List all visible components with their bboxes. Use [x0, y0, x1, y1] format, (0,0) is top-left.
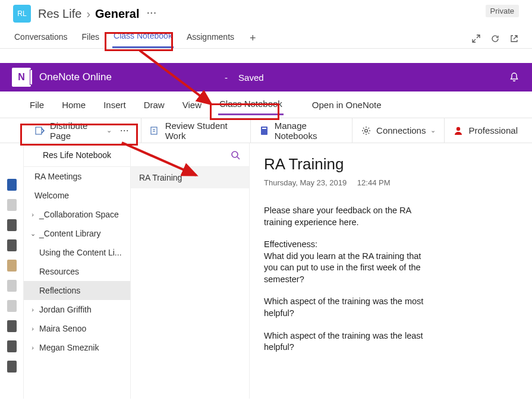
page-meta: Thursday, May 23, 2019 12:44 PM [264, 178, 518, 187]
ribbon-home[interactable]: Home [61, 99, 87, 115]
onenote-header: N OneNote Online - Saved [0, 63, 532, 91]
connections-label: Connections [376, 125, 426, 135]
section-label: _Collaboration Space [39, 210, 119, 219]
section-item[interactable]: ›Jordan Griffith [24, 300, 130, 319]
svg-point-5 [457, 127, 460, 130]
section-label: Using the Content Li... [39, 248, 122, 257]
breadcrumb: Res Life › General ··· [38, 7, 486, 21]
channel-avatar: RL [13, 5, 31, 23]
notebook-swatch[interactable] [7, 219, 17, 231]
section-label: Maira Senoo [39, 324, 86, 333]
more-icon[interactable]: ··· [117, 124, 133, 137]
section-item[interactable]: ›_Collaboration Space [24, 205, 130, 224]
page-paragraph[interactable]: Which aspect of the training was the mos… [264, 296, 430, 319]
section-label: Welcome [34, 191, 69, 200]
expand-icon[interactable] [471, 34, 481, 43]
distribute-page-button[interactable]: Distribute Page ⌄ ··· [26, 118, 141, 143]
svg-rect-1 [151, 127, 157, 134]
tab-files[interactable]: Files [81, 30, 101, 48]
tab-class-notebook[interactable]: Class Notebook [112, 29, 174, 48]
notebook-icon [259, 125, 270, 136]
main-area: Res Life Notebook RA MeetingsWelcome›_Co… [0, 143, 532, 399]
ribbon-open-in-onenote[interactable]: Open in OneNote [311, 99, 383, 115]
notebook-swatch[interactable] [7, 280, 17, 292]
svg-rect-3 [262, 128, 266, 129]
notebook-title[interactable]: Res Life Notebook [27, 150, 127, 160]
ribbon-view[interactable]: View [181, 99, 203, 115]
person-icon [453, 125, 464, 136]
section-item[interactable]: Reflections [24, 281, 130, 300]
ribbon-insert[interactable]: Insert [102, 99, 127, 115]
save-status: - Saved [225, 72, 264, 83]
review-student-work-button[interactable]: Review Student Work [141, 118, 251, 143]
section-item[interactable]: Using the Content Li... [24, 243, 130, 262]
notebook-swatch[interactable] [7, 320, 17, 332]
caret-right-icon: › [30, 325, 36, 332]
refresh-icon[interactable] [490, 34, 500, 43]
notebook-swatch[interactable] [7, 300, 17, 312]
section-item[interactable]: Resources [24, 262, 130, 281]
professional-button[interactable]: Professional [445, 118, 526, 143]
page-date: Thursday, May 23, 2019 [264, 178, 347, 187]
tab-conversations[interactable]: Conversations [13, 30, 69, 48]
page-item-ra-training[interactable]: RA Training [131, 167, 249, 188]
ribbon-draw[interactable]: Draw [143, 99, 166, 115]
notifications-icon[interactable] [508, 71, 520, 83]
notebook-swatch[interactable] [7, 260, 17, 272]
section-label: Resources [39, 267, 79, 276]
page-paragraph[interactable]: Please share your feedback on the RA tra… [264, 205, 430, 228]
page-paragraph[interactable]: Which aspect of the training was the lea… [264, 330, 430, 354]
section-item[interactable]: ⌄_Content Library [24, 224, 130, 243]
section-label: _Content Library [39, 229, 101, 238]
breadcrumb-team[interactable]: Res Life [38, 7, 81, 21]
popout-icon[interactable] [509, 34, 519, 43]
onenote-app-title: OneNote Online [39, 71, 112, 83]
review-icon [150, 125, 160, 136]
connections-button[interactable]: Connections ⌄ [352, 118, 445, 143]
notebook-swatch[interactable] [7, 179, 17, 191]
breadcrumb-separator: › [86, 7, 90, 21]
breadcrumb-channel[interactable]: General [95, 7, 139, 21]
notebook-color-column [0, 143, 24, 399]
gear-icon [361, 125, 372, 136]
teams-header: RL Res Life › General ··· Private [0, 0, 532, 25]
manage-label: Manage Notebooks [275, 121, 344, 141]
channel-more-icon[interactable]: ··· [144, 5, 159, 19]
page-title[interactable]: RA Training [264, 155, 518, 173]
notebook-swatch[interactable] [7, 199, 17, 211]
private-badge: Private [486, 5, 519, 17]
chevron-down-icon: ⌄ [430, 127, 436, 134]
notebook-swatch[interactable] [7, 340, 17, 352]
distribute-page-icon [34, 125, 45, 136]
page-editor[interactable]: RA Training Thursday, May 23, 2019 12:44… [250, 143, 532, 399]
section-item[interactable]: ›Megan Smeznik [24, 338, 130, 357]
review-label: Review Student Work [165, 121, 242, 141]
onenote-logo-icon: N [12, 68, 31, 87]
section-label: Reflections [39, 286, 80, 295]
top-tabs: Conversations Files Class Notebook Assig… [0, 25, 532, 49]
page-paragraph[interactable]: Effectiveness:What did you learn at the … [264, 239, 430, 285]
caret-right-icon: › [30, 306, 36, 313]
sections-column: Res Life Notebook RA MeetingsWelcome›_Co… [24, 143, 131, 399]
section-label: Megan Smeznik [39, 343, 99, 352]
tab-assignments[interactable]: Assignments [185, 30, 235, 48]
manage-notebooks-button[interactable]: Manage Notebooks [251, 118, 352, 143]
section-label: Jordan Griffith [39, 305, 92, 314]
notebook-swatch[interactable] [7, 361, 17, 373]
ribbon-file[interactable]: File [29, 99, 45, 115]
pages-column: RA Training [131, 143, 250, 399]
section-item[interactable]: RA Meetings [24, 167, 130, 186]
ribbon-class-notebook[interactable]: Class Notebook [218, 97, 284, 115]
svg-point-4 [365, 129, 368, 132]
section-item[interactable]: ›Maira Senoo [24, 319, 130, 338]
chevron-down-icon: ⌄ [106, 127, 112, 134]
add-tab-button[interactable]: + [247, 32, 259, 45]
search-icon[interactable] [230, 150, 241, 160]
section-item[interactable]: Welcome [24, 186, 130, 205]
class-notebook-toolbar: Distribute Page ⌄ ··· Review Student Wor… [0, 118, 532, 143]
professional-label: Professional [468, 125, 518, 135]
notebook-swatch[interactable] [7, 239, 17, 251]
section-label: RA Meetings [34, 172, 81, 181]
svg-rect-0 [36, 127, 42, 134]
page-body[interactable]: Please share your feedback on the RA tra… [264, 205, 518, 354]
